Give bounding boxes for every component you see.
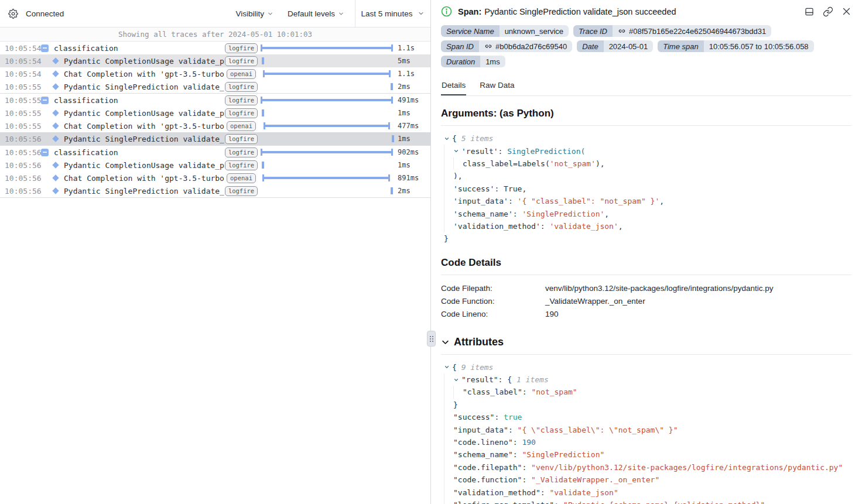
- grip-dots-icon: [430, 336, 433, 342]
- code-line: "code.function": "_ValidateWrapper._on_e…: [444, 474, 851, 486]
- trace-row[interactable]: 10:05:56Pydantic SinglePrediction valida…: [0, 184, 430, 197]
- span-header: Span:Pydantic SinglePrediction validate_…: [441, 6, 851, 17]
- duration-bar: [391, 83, 393, 90]
- row-timestamp: 10:05:54: [5, 44, 41, 53]
- tab-raw-data[interactable]: Raw Data: [479, 77, 515, 95]
- code-line: "code.lineno": 190: [444, 436, 851, 448]
- code-line: 'success': True,: [444, 183, 851, 195]
- row-badge: logfire: [225, 95, 258, 105]
- panel-resize-handle[interactable]: [427, 331, 436, 347]
- code-details-table: Code Filepath:venv/lib/python3.12/site-p…: [441, 282, 851, 321]
- code-token: ),: [596, 159, 605, 168]
- tag-value: unknown_service: [500, 25, 569, 37]
- collapse-attributes-icon[interactable]: [441, 338, 450, 347]
- link-icon[interactable]: [823, 6, 833, 17]
- code-line: { 9 items: [444, 361, 851, 373]
- tag-value: #b0b6da2d76c69540: [479, 40, 572, 52]
- code-token: ,: [659, 197, 664, 205]
- collapse-toggle-icon[interactable]: [444, 364, 450, 370]
- trace-group: 10:05:55classificationlogfire491ms10:05:…: [0, 94, 430, 146]
- collapse-toggle-icon[interactable]: [444, 136, 450, 142]
- duration-bar-track: [261, 146, 393, 159]
- code-line: "logfire.msg_template": "Pydantic {schem…: [444, 499, 851, 504]
- duration-bar-track: [261, 67, 393, 80]
- span-diamond-icon: [52, 187, 59, 194]
- code-token: ,: [604, 210, 609, 218]
- code-detail-value: _ValidateWrapper._on_enter: [545, 295, 645, 308]
- collapse-toggle-icon[interactable]: [41, 149, 49, 156]
- minus-glyph: [43, 47, 47, 49]
- span-detail-panel: Span:Pydantic SinglePrediction validate_…: [431, 0, 862, 504]
- code-token: "code.function":: [453, 475, 531, 484]
- row-name: Chat Completion with 'gpt-3.5-turbo-0613…: [64, 122, 224, 131]
- duration-bar-track: [261, 42, 393, 54]
- tag-label: Duration: [441, 56, 480, 67]
- row-badge: logfire: [225, 82, 258, 92]
- trace-row[interactable]: 10:05:55Pydantic CompletionUsage validat…: [0, 107, 430, 119]
- row-duration: 1ms: [398, 135, 426, 143]
- trace-row[interactable]: 10:05:56Chat Completion with 'gpt-3.5-tu…: [0, 172, 430, 184]
- code-token: 'input_data':: [453, 197, 518, 205]
- row-timestamp: 10:05:56: [5, 161, 41, 170]
- visibility-dropdown[interactable]: Visibility: [235, 9, 273, 18]
- tab-details[interactable]: Details: [441, 77, 466, 95]
- code-token: ,: [618, 222, 623, 231]
- row-duration: 1ms: [398, 161, 426, 169]
- span-title: Span:Pydantic SinglePrediction validate_…: [458, 7, 676, 16]
- tag-label: Date: [577, 40, 603, 52]
- collapse-toggle-icon[interactable]: [453, 377, 459, 383]
- row-duration: 477ms: [398, 122, 426, 130]
- link-icon[interactable]: [618, 27, 626, 35]
- gear-icon[interactable]: [8, 9, 18, 19]
- trace-row[interactable]: 10:05:55Pydantic SinglePrediction valida…: [0, 80, 430, 93]
- row-timestamp: 10:05:55: [5, 109, 41, 118]
- code-token: "_ValidateWrapper._on_enter": [531, 475, 659, 484]
- span-diamond-icon: [52, 135, 59, 142]
- duration-bar-track: [261, 159, 393, 172]
- trace-row[interactable]: 10:05:56classificationlogfire902ms: [0, 146, 430, 159]
- time-range-dropdown[interactable]: Last 5 minutes: [355, 0, 430, 27]
- trace-row[interactable]: 10:05:54classificationlogfire1.1s: [0, 42, 430, 54]
- trace-group: 10:05:56classificationlogfire902ms10:05:…: [0, 146, 430, 198]
- row-badge: logfire: [225, 56, 258, 66]
- collapse-toggle-icon[interactable]: [41, 44, 49, 52]
- row-badge: openai: [227, 173, 256, 183]
- tag-value: #08f57b165e22c4e625046944673bdd31: [613, 25, 771, 37]
- duration-bar-track: [261, 184, 393, 197]
- row-badge: logfire: [225, 160, 258, 170]
- duration-bar: [264, 122, 390, 129]
- row-timestamp: 10:05:54: [5, 57, 41, 66]
- dock-panel-icon[interactable]: [804, 6, 815, 17]
- code-token: "code.filepath":: [453, 463, 531, 472]
- row-duration: 2ms: [398, 83, 426, 91]
- row-badge: openai: [227, 69, 256, 79]
- trace-toolbar: Connected Visibility Default levels Last…: [0, 0, 430, 28]
- tag-value-text: unknown_service: [505, 27, 563, 36]
- trace-list: 10:05:54classificationlogfire1.1s10:05:5…: [0, 42, 430, 198]
- link-icon[interactable]: [484, 42, 492, 50]
- row-timestamp: 10:05:56: [5, 174, 41, 183]
- row-name: classification: [54, 44, 118, 53]
- trace-row[interactable]: 10:05:54Chat Completion with 'gpt-3.5-tu…: [0, 67, 430, 80]
- trace-row[interactable]: 10:05:54Pydantic CompletionUsage validat…: [0, 54, 430, 67]
- code-token: 'schema_name':: [453, 210, 522, 218]
- code-line: "result": { 1 items: [444, 373, 851, 386]
- code-line: "input_data": "{ \"class_label\": \"not_…: [444, 423, 851, 436]
- close-icon[interactable]: [842, 6, 851, 16]
- collapse-toggle-icon[interactable]: [41, 97, 49, 104]
- row-timestamp: 10:05:55: [5, 96, 41, 105]
- code-token: '{ "class_label": "not_spam" }': [518, 197, 660, 205]
- trace-row[interactable]: 10:05:56Pydantic SinglePrediction valida…: [0, 132, 430, 145]
- minus-glyph: [43, 152, 47, 153]
- trace-row[interactable]: 10:05:56Pydantic CompletionUsage validat…: [0, 159, 430, 172]
- trace-row[interactable]: 10:05:55classificationlogfire491ms: [0, 94, 430, 107]
- row-duration: 2ms: [398, 187, 426, 195]
- default-levels-dropdown[interactable]: Default levels: [288, 9, 344, 18]
- trace-row[interactable]: 10:05:55Chat Completion with 'gpt-3.5-tu…: [0, 119, 430, 132]
- tag-label: Service Name: [441, 25, 500, 37]
- code-token: }: [444, 234, 449, 243]
- span-title-text: Pydantic SinglePrediction validate_json …: [484, 7, 676, 16]
- code-token: "{ \"class_label\": \"not_spam\" }": [518, 426, 678, 434]
- arguments-heading: Arguments: (as Python): [441, 108, 851, 119]
- collapse-toggle-icon[interactable]: [453, 148, 459, 154]
